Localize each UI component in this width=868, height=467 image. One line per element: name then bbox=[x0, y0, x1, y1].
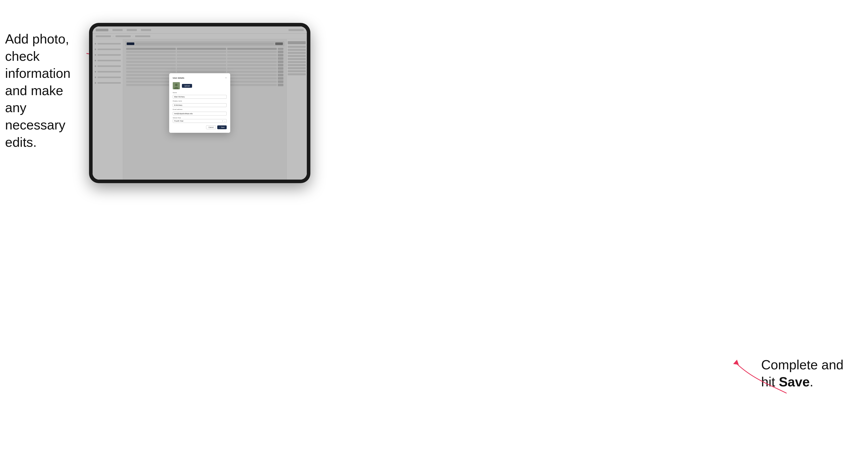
name-label: Name bbox=[173, 92, 227, 93]
upload-photo-button[interactable]: Upload bbox=[182, 84, 192, 88]
svg-marker-1 bbox=[733, 360, 739, 365]
school-year-label: School Year bbox=[173, 117, 227, 119]
clear-school-year-icon[interactable]: × bbox=[222, 120, 223, 122]
modal-overlay: User details × Uploa bbox=[93, 27, 307, 180]
svg-point-3 bbox=[175, 84, 178, 86]
school-year-field-group: School Year × ⌄ bbox=[173, 117, 227, 123]
annotation-right: Complete and hit Save. bbox=[761, 356, 858, 391]
photo-section: Upload bbox=[173, 82, 227, 89]
user-details-modal: User details × Uploa bbox=[169, 73, 230, 133]
modal-title-bar: User details × bbox=[173, 77, 227, 79]
annotation-left: Add photo, check information and make an… bbox=[5, 31, 87, 151]
save-icon: ↑ bbox=[219, 126, 220, 128]
tablet-screen: / / bbox=[93, 27, 307, 180]
display-name-label: Display name bbox=[173, 100, 227, 102]
school-year-select-wrapper: × ⌄ bbox=[173, 119, 227, 123]
cancel-button[interactable]: Cancel bbox=[206, 125, 216, 129]
app-background: / / bbox=[93, 27, 307, 180]
expand-school-year-icon[interactable]: ⌄ bbox=[224, 120, 226, 122]
modal-close-button[interactable]: × bbox=[225, 77, 227, 79]
name-input[interactable] bbox=[173, 95, 227, 99]
email-label: Email address bbox=[173, 108, 227, 110]
school-year-input[interactable] bbox=[173, 119, 227, 123]
modal-actions: Cancel ↑ Save bbox=[173, 125, 227, 129]
email-field-group: Email address bbox=[173, 108, 227, 116]
modal-title: User details bbox=[173, 77, 184, 79]
name-field-group: Name bbox=[173, 92, 227, 99]
email-input[interactable] bbox=[173, 112, 227, 116]
save-button[interactable]: ↑ Save bbox=[217, 125, 227, 129]
display-name-input[interactable] bbox=[173, 103, 227, 107]
user-photo-thumbnail bbox=[173, 82, 180, 89]
display-name-field-group: Display name bbox=[173, 100, 227, 107]
tablet-frame: / / bbox=[89, 23, 310, 183]
